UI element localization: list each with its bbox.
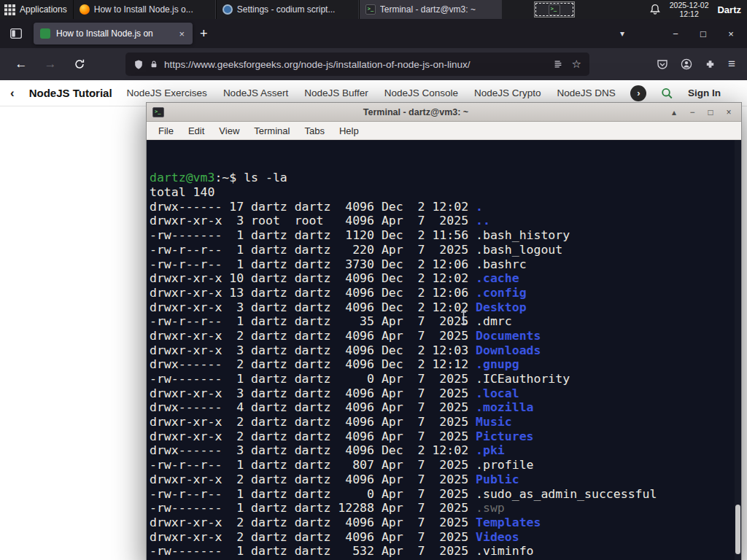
url-bar[interactable]: https://www.geeksforgeeks.org/node-js/in… — [125, 52, 589, 76]
site-nav-link-1[interactable]: NodeJS Assert — [223, 88, 288, 98]
file-meta: -rw------- 1 dartz dartz 1120 Dec 2 11:5… — [150, 228, 476, 242]
terminal-line: -rw-r--r-- 1 dartz dartz 0 Apr 7 2025 .s… — [150, 487, 741, 502]
menu-file[interactable]: File — [151, 125, 181, 136]
panel-indicators: 2025-12-02 12:12 Dartz — [649, 1, 747, 18]
file-name: Desktop — [476, 300, 527, 314]
site-nav-link-2[interactable]: NodeJS Buffer — [304, 88, 368, 98]
file-name: .ICEauthority — [476, 372, 570, 386]
site-nav-link-4[interactable]: NodeJS Crypto — [474, 88, 541, 98]
terminal-total-line: total 140 — [150, 185, 741, 200]
nav-scroll-right-button[interactable]: › — [630, 85, 646, 101]
file-name: .sudo_as_admin_successful — [476, 487, 657, 501]
notification-bell-icon[interactable] — [649, 4, 661, 15]
file-name: .config — [476, 286, 527, 300]
pocket-save-icon[interactable] — [657, 58, 668, 70]
terminal-titlebar[interactable]: Terminal - dartz@vm3: ~ ▴ − □ × — [147, 103, 741, 122]
bookmark-star-icon[interactable]: ☆ — [572, 58, 581, 71]
tab-bar: How to Install Node.js on × + ▾ − □ × — [0, 19, 747, 48]
terminal-scrollbar[interactable] — [735, 140, 741, 560]
tab-close-icon[interactable]: × — [177, 28, 186, 39]
terminal-line: -rw------- 1 dartz dartz 532 Apr 7 2025 … — [150, 544, 741, 559]
menu-edit[interactable]: Edit — [181, 125, 212, 136]
applications-menu[interactable]: Applications — [0, 0, 73, 19]
terminal-line: drwxr-xr-x 2 dartz dartz 4096 Apr 7 2025… — [150, 415, 741, 429]
file-meta: drwx------ 4 dartz dartz 4096 Apr 7 2025 — [150, 400, 476, 414]
menu-view[interactable]: View — [212, 125, 247, 136]
file-meta: -rw-r--r-- 1 dartz dartz 3730 Dec 2 12:0… — [150, 257, 476, 271]
terminal-output: dartz@vm3:~$ ls -latotal 140drwx------ 1… — [150, 171, 741, 560]
terminal-shade-button[interactable]: ▴ — [667, 107, 681, 117]
terminal-close-button[interactable]: × — [722, 107, 735, 117]
menu-help[interactable]: Help — [332, 125, 366, 136]
file-name: .cache — [476, 271, 519, 285]
file-name: .viminfo — [476, 544, 533, 558]
taskbar-item-2[interactable]: Terminal - dartz@vm3: ~ — [359, 0, 502, 19]
browser-maximize-button[interactable]: □ — [694, 28, 712, 39]
terminal-line: -rw-r--r-- 1 dartz dartz 3730 Dec 2 12:0… — [150, 257, 741, 272]
browser-close-button[interactable]: × — [722, 28, 740, 39]
terminal-line: drwxr-xr-x 2 dartz dartz 4096 Apr 7 2025… — [150, 429, 741, 444]
file-name: Documents — [476, 329, 541, 343]
file-meta: drwxr-xr-x 3 dartz dartz 4096 Apr 7 2025 — [150, 386, 476, 400]
nav-back-chevron-icon[interactable]: ‹ — [10, 86, 15, 101]
taskbar-item-label: Terminal - dartz@vm3: ~ — [380, 4, 476, 15]
menu-icon[interactable]: ≡ — [728, 57, 735, 71]
clock-time: 12:12 — [670, 9, 709, 18]
reader-mode-icon[interactable] — [553, 59, 563, 69]
file-meta: drwxr-xr-x 2 dartz dartz 4096 Apr 7 2025 — [150, 415, 476, 429]
site-nav-link-3[interactable]: NodeJS Console — [384, 88, 458, 98]
terminal-viewport[interactable]: dartz@vm3:~$ ls -latotal 140drwx------ 1… — [147, 140, 741, 560]
terminal-window: Terminal - dartz@vm3: ~ ▴ − □ × FileEdit… — [146, 102, 742, 560]
padlock-icon[interactable] — [150, 59, 158, 69]
back-button[interactable]: ← — [9, 52, 34, 76]
site-nav-title[interactable]: NodeJS Tutorial — [29, 87, 112, 99]
browser-minimize-button[interactable]: − — [667, 28, 684, 39]
terminal-launcher[interactable] — [534, 1, 575, 18]
terminal-line: -rw-r--r-- 1 dartz dartz 35 Apr 7 2025 .… — [150, 314, 741, 329]
terminal-line: -rw------- 1 dartz dartz 12288 Apr 7 202… — [150, 501, 741, 516]
taskbar-item-1[interactable]: Settings - codium script... — [216, 0, 359, 19]
file-name: .dmrc — [476, 314, 512, 328]
firefox-view-button[interactable] — [6, 23, 26, 44]
mouse-cursor — [460, 311, 468, 324]
terminal-line: -rw------- 1 dartz dartz 1120 Dec 2 11:5… — [150, 228, 741, 243]
file-name: Pictures — [476, 429, 533, 443]
panel-clock[interactable]: 2025-12-02 12:12 — [670, 1, 709, 18]
file-meta: -rw------- 1 dartz dartz 532 Apr 7 2025 — [150, 544, 476, 558]
file-meta: -rw-r--r-- 1 dartz dartz 220 Apr 7 2025 — [150, 243, 476, 257]
active-tab[interactable]: How to Install Node.js on × — [34, 23, 193, 44]
terminal-line: -rw-r--r-- 1 dartz dartz 220 Apr 7 2025 … — [150, 243, 741, 257]
list-all-tabs-icon[interactable]: ▾ — [616, 28, 629, 39]
terminal-line: drwxr-xr-x 3 dartz dartz 4096 Apr 7 2025… — [150, 386, 741, 401]
extensions-puzzle-icon[interactable] — [705, 59, 716, 70]
file-name: Templates — [476, 516, 541, 529]
url-input[interactable]: https://www.geeksforgeeks.org/node-js/in… — [164, 59, 547, 70]
terminal-maximize-button[interactable]: □ — [704, 107, 717, 117]
file-name: .gnupg — [476, 357, 519, 371]
site-nav-link-0[interactable]: NodeJS Exercises — [127, 88, 207, 98]
tracking-protection-shield-icon[interactable] — [133, 59, 144, 70]
file-meta: drwx------ 3 dartz dartz 4096 Dec 2 12:0… — [150, 443, 476, 457]
forward-button[interactable]: → — [38, 52, 63, 76]
terminal-menubar: FileEditViewTerminalTabsHelp — [147, 122, 741, 140]
account-icon[interactable] — [681, 58, 692, 70]
file-name: Public — [476, 472, 519, 486]
site-nav-links: NodeJS ExercisesNodeJS AssertNodeJS Buff… — [127, 88, 616, 98]
site-nav-link-5[interactable]: NodeJS DNS — [557, 88, 616, 98]
terminal-app-icon — [152, 107, 164, 117]
terminal-scrollbar-thumb[interactable] — [735, 505, 740, 554]
file-meta: drwxr-xr-x 3 dartz dartz 4096 Dec 2 12:0… — [150, 300, 476, 314]
menu-terminal[interactable]: Terminal — [247, 125, 297, 136]
new-tab-button[interactable]: + — [193, 26, 215, 42]
terminal-line: drwxr-xr-x 13 dartz dartz 4096 Dec 2 12:… — [150, 286, 741, 300]
terminal-minimize-button[interactable]: − — [686, 107, 699, 117]
taskbar-item-0[interactable]: How to Install Node.js o... — [73, 0, 216, 19]
terminal-line: drwx------ 4 dartz dartz 4096 Apr 7 2025… — [150, 400, 741, 415]
search-icon[interactable] — [661, 87, 673, 100]
file-meta: drwxr-xr-x 2 dartz dartz 4096 Apr 7 2025 — [150, 429, 476, 443]
sign-in-button[interactable]: Sign In — [688, 88, 721, 98]
file-meta: drwxr-xr-x 2 dartz dartz 4096 Apr 7 2025 — [150, 516, 476, 529]
taskbar-item-label: How to Install Node.js o... — [94, 4, 193, 15]
reload-button[interactable] — [67, 52, 92, 76]
menu-tabs[interactable]: Tabs — [297, 125, 331, 136]
